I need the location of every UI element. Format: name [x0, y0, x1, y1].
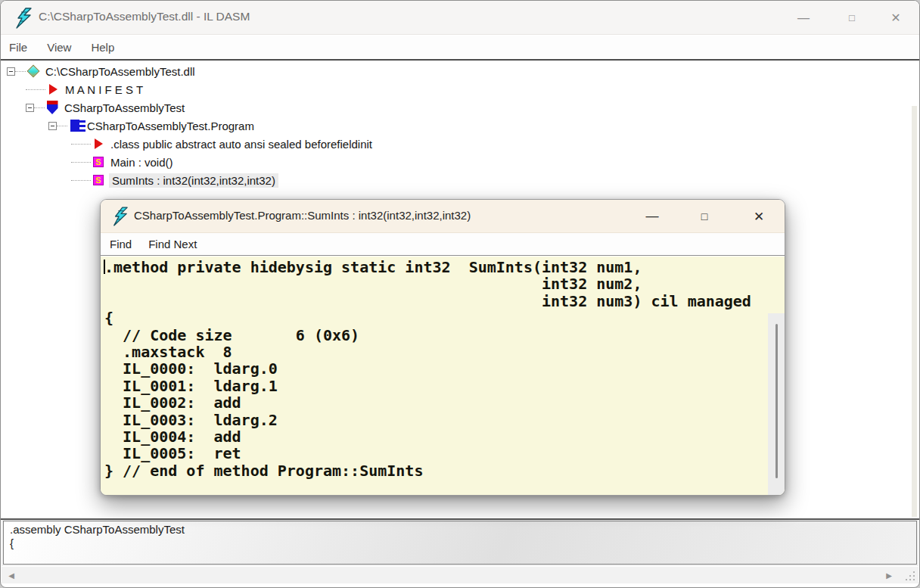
- collapse-expander-icon[interactable]: [26, 104, 34, 112]
- assembly-info-box: .assembly CSharpToAssemblyTest {: [3, 521, 917, 565]
- menu-file[interactable]: File: [9, 41, 27, 54]
- tree-item-label: CSharpToAssemblyTest.Program: [87, 120, 254, 132]
- menu-view[interactable]: View: [47, 41, 71, 54]
- menu-help[interactable]: Help: [91, 41, 114, 54]
- close-button[interactable]: ✕: [742, 200, 775, 233]
- manifest-arrow-icon: [45, 82, 61, 96]
- code-line: // Code size 6 (0x6): [104, 327, 765, 344]
- main-window-title: C:\CSharpToAssemblyTest.dll - IL DASM: [39, 10, 250, 23]
- code-line: .maxstack 8: [104, 344, 765, 360]
- main-menubar: File View Help: [1, 36, 919, 59]
- tree-connector: [71, 144, 91, 145]
- collapse-expander-icon[interactable]: [7, 67, 15, 76]
- code-line: .method private hidebysig static int32 S…: [104, 259, 765, 275]
- tree-connector: [71, 162, 91, 163]
- tree-scrollbar-gutter[interactable]: [912, 106, 917, 517]
- tree-item-manifest[interactable]: M A N I F E S T: [2, 80, 918, 98]
- tree-item-label: .class public abstract auto ansi sealed …: [110, 138, 372, 151]
- class-info-arrow-icon: [91, 137, 106, 151]
- tree-item-class-attributes[interactable]: .class public abstract auto ansi sealed …: [2, 135, 918, 153]
- code-line: IL_0003: ldarg.2: [104, 412, 765, 428]
- disassembly-menubar: Find Find Next: [101, 233, 785, 256]
- il-code-view[interactable]: .method private hidebysig static int32 S…: [101, 257, 785, 495]
- code-line: int32 num3) cil managed: [104, 293, 765, 310]
- scroll-left-icon[interactable]: ◀: [3, 567, 20, 583]
- minimize-button[interactable]: —: [786, 1, 821, 35]
- assembly-shield-icon: [45, 101, 60, 114]
- code-line: } // end of method Program::SumInts: [104, 462, 765, 479]
- menu-find-next[interactable]: Find Next: [148, 238, 197, 250]
- code-line: {: [104, 310, 765, 326]
- ildasm-main-window: C:\CSharpToAssemblyTest.dll - IL DASM — …: [0, 0, 920, 588]
- disassembly-window-title: CSharpToAssemblyTest.Program::SumInts : …: [134, 209, 471, 222]
- code-line: int32 num2,: [104, 275, 765, 292]
- assembly-info-panel: .assembly CSharpToAssemblyTest {: [2, 520, 918, 566]
- assembly-info-line: {: [10, 537, 910, 550]
- scrollbar-thumb[interactable]: [775, 324, 778, 478]
- assembly-diamond-icon: [26, 64, 41, 78]
- il-code-text: .method private hidebysig static int32 S…: [101, 257, 785, 479]
- tree-item-namespace[interactable]: CSharpToAssemblyTest: [2, 98, 918, 117]
- tree-connector: [57, 126, 67, 126]
- tree-connector: [26, 89, 45, 90]
- minimize-button[interactable]: —: [636, 200, 669, 233]
- code-line: IL_0002: add: [104, 394, 765, 411]
- vertical-scrollbar[interactable]: [768, 313, 785, 495]
- disassembly-window: CSharpToAssemblyTest.Program::SumInts : …: [100, 199, 785, 496]
- tree-connector: [15, 71, 26, 72]
- scroll-right-icon[interactable]: ▶: [881, 567, 897, 583]
- resize-grip[interactable]: [906, 571, 915, 580]
- assembly-info-line: .assembly CSharpToAssemblyTest: [10, 523, 910, 537]
- tree-item-label: SumInts : int32(int32,int32,int32): [109, 173, 278, 188]
- code-line: IL_0004: add: [104, 428, 765, 445]
- tree-item-class-program[interactable]: CSharpToAssemblyTest.Program: [2, 117, 918, 135]
- menu-find[interactable]: Find: [110, 238, 132, 250]
- tree-item-label: M A N I F E S T: [65, 83, 143, 96]
- maximize-button[interactable]: □: [835, 1, 869, 35]
- tree-item-label: CSharpToAssemblyTest: [64, 101, 185, 114]
- class-icon: [67, 119, 82, 132]
- static-method-icon: [91, 155, 106, 169]
- tree-item-assembly-root[interactable]: C:\CSharpToAssemblyTest.dll: [2, 62, 918, 80]
- code-line: IL_0001: ldarg.1: [104, 378, 765, 394]
- close-button[interactable]: ✕: [878, 1, 913, 35]
- tree-item-label: C:\CSharpToAssemblyTest.dll: [45, 65, 195, 78]
- tree-item-label: Main : void(): [110, 156, 173, 169]
- code-line: IL_0000: ldarg.0: [104, 360, 765, 377]
- code-line: IL_0005: ret: [104, 445, 765, 462]
- text-caret: [104, 260, 105, 274]
- tree-connector: [34, 107, 45, 108]
- tree-item-method-sumints[interactable]: SumInts : int32(int32,int32,int32): [2, 171, 918, 189]
- main-titlebar: C:\CSharpToAssemblyTest.dll - IL DASM — …: [1, 1, 919, 35]
- ildasm-app-icon: [112, 207, 129, 226]
- horizontal-scrollbar[interactable]: ◀ ▶: [2, 567, 918, 583]
- static-method-icon: [91, 173, 106, 187]
- ildasm-app-icon: [14, 8, 33, 29]
- tree-item-method-main[interactable]: Main : void(): [2, 153, 918, 171]
- disassembly-titlebar: CSharpToAssemblyTest.Program::SumInts : …: [101, 200, 785, 233]
- maximize-button[interactable]: □: [688, 200, 721, 233]
- collapse-expander-icon[interactable]: [48, 122, 57, 130]
- tree-connector: [71, 180, 91, 181]
